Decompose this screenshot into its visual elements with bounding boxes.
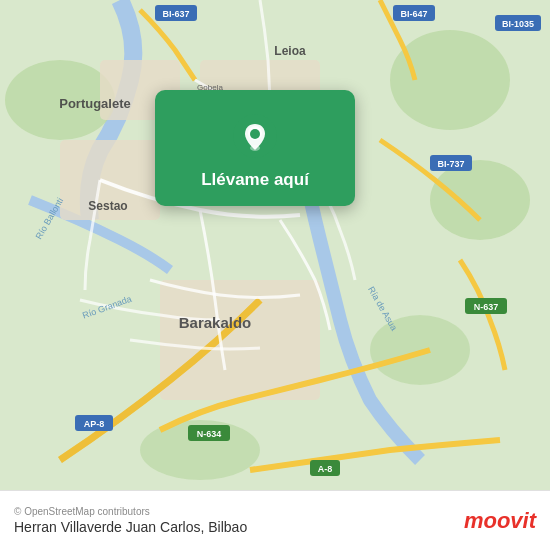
- svg-point-3: [430, 160, 530, 240]
- svg-point-2: [390, 30, 510, 130]
- svg-text:BI-1035: BI-1035: [502, 19, 534, 29]
- svg-text:A-8: A-8: [318, 464, 333, 474]
- svg-text:N-637: N-637: [474, 302, 499, 312]
- map-attribution: © OpenStreetMap contributors: [14, 506, 247, 517]
- svg-text:BI-647: BI-647: [400, 9, 427, 19]
- svg-point-37: [250, 129, 260, 139]
- location-pin-icon: [233, 114, 277, 158]
- svg-text:Barakaldo: Barakaldo: [179, 314, 252, 331]
- location-name: Herran Villaverde Juan Carlos, Bilbao: [14, 519, 247, 535]
- svg-text:BI-637: BI-637: [162, 9, 189, 19]
- svg-text:BI-737: BI-737: [437, 159, 464, 169]
- svg-text:Portugalete: Portugalete: [59, 96, 131, 111]
- moovit-logo: moovit: [464, 508, 536, 534]
- svg-text:N-634: N-634: [197, 429, 222, 439]
- svg-text:AP-8: AP-8: [84, 419, 105, 429]
- svg-text:Leioa: Leioa: [274, 44, 306, 58]
- navigate-label: Llévame aquí: [201, 170, 309, 190]
- moovit-brand-text: moovit: [464, 508, 536, 534]
- navigate-here-popup[interactable]: Llévame aquí: [155, 90, 355, 206]
- bottom-bar: © OpenStreetMap contributors Herran Vill…: [0, 490, 550, 550]
- svg-text:Sestao: Sestao: [88, 199, 127, 213]
- location-info: © OpenStreetMap contributors Herran Vill…: [14, 506, 247, 535]
- map-container[interactable]: BI-637 BI-647 BI-1035 BI-737 N-637 AP-8 …: [0, 0, 550, 490]
